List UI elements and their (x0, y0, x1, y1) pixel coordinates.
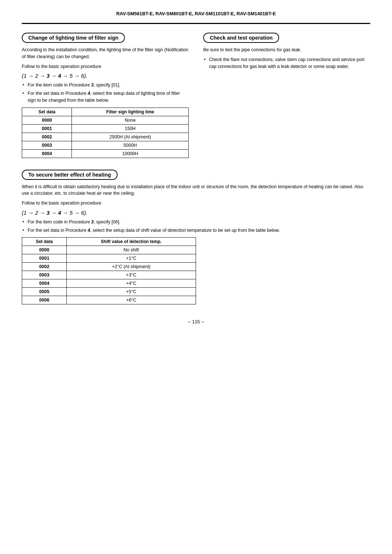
value-cell: +3°C (66, 271, 196, 279)
table-row: 0003+3°C (22, 271, 196, 279)
set-data-cell: 0005 (22, 288, 67, 296)
value-cell: +4°C (66, 279, 196, 288)
set-data-cell: 0001 (22, 124, 72, 133)
page-number: – 115 – (22, 319, 370, 324)
section1-bullet-2: For the set data in Procedure 4, select … (22, 90, 189, 104)
section2-body1: Be sure to test the pipe connections for… (203, 46, 370, 53)
top-two-col: Change of lighting time of filter sign A… (22, 33, 370, 158)
table-row: 0001+1°C (22, 254, 196, 263)
set-data-cell: 0004 (22, 149, 72, 158)
table-row: 0004+4°C (22, 279, 196, 288)
value-cell: +2°C (At shipment) (66, 263, 196, 271)
model-list-text: RAV-SM561BT-E, RAV-SM801BT-E, RAV-SM1101… (116, 11, 276, 16)
set-data-cell: 0002 (22, 263, 67, 271)
value-cell: +1°C (66, 254, 196, 263)
page-header: RAV-SM561BT-E, RAV-SM801BT-E, RAV-SM1101… (22, 11, 370, 16)
set-data-cell: 0000 (22, 116, 72, 124)
section3-table: Set data Shift value of detection temp. … (22, 237, 196, 304)
section2-col: Check and test operation Be sure to test… (203, 33, 370, 158)
value-cell: No shift (66, 246, 196, 254)
value-cell: 10000H (72, 149, 189, 158)
section1-procedure: (1 → 2 → 3 → 4 → 5 → 6). (22, 73, 189, 79)
set-data-cell: 0001 (22, 254, 67, 263)
set-data-cell: 0002 (22, 133, 72, 141)
table-row: 00035000H (22, 141, 189, 149)
table-row: 0006+6°C (22, 296, 196, 304)
value-cell: +6°C (66, 296, 196, 304)
header-rule (22, 23, 370, 24)
set-data-cell: 0006 (22, 296, 67, 304)
set-data-cell: 0004 (22, 279, 67, 288)
table-row: 0000No shift (22, 246, 196, 254)
section3-follow: Follow to the basic operation procedure (22, 200, 370, 207)
section1-body1: According to the installation condition,… (22, 46, 189, 60)
section3-bullet-2: For the set data in Procedure 4, select … (22, 227, 370, 234)
section2-bullet-1: Check the flare nut connections, valve s… (203, 56, 370, 70)
table-row: 0000None (22, 116, 189, 124)
section2-bullets: Check the flare nut connections, valve s… (203, 56, 370, 70)
section1-col-header-1: Set data (22, 108, 72, 116)
value-cell: 150H (72, 124, 189, 133)
section3-bullets: For the item code in Procedure 3, specif… (22, 219, 370, 234)
section3-col-header-1: Set data (22, 238, 67, 246)
section3: To secure better effect of heating When … (22, 170, 370, 305)
section3-bullet-1: For the item code in Procedure 3, specif… (22, 219, 370, 226)
section1-col-header-2: Filter sign lighting time (72, 108, 189, 116)
section1-bullet-1: For the item code in Procedure 3, specif… (22, 82, 189, 89)
section3-procedure: (1 → 2 → 3 → 4 → 5 → 6). (22, 210, 370, 216)
set-data-cell: 0003 (22, 141, 72, 149)
section1-bullets: For the item code in Procedure 3, specif… (22, 82, 189, 104)
table-row: 000410000H (22, 149, 189, 158)
table-row: 0002+2°C (At shipment) (22, 263, 196, 271)
value-cell: None (72, 116, 189, 124)
section3-title: To secure better effect of heating (22, 170, 118, 180)
table-row: 0001150H (22, 124, 189, 133)
value-cell: 2500H (At shipment) (72, 133, 189, 141)
section1-follow: Follow to the basic operation procedure (22, 63, 189, 70)
set-data-cell: 0000 (22, 246, 67, 254)
section3-col-header-2: Shift value of detection temp. (66, 238, 196, 246)
section1-title: Change of lighting time of filter sign (22, 33, 125, 43)
value-cell: 5000H (72, 141, 189, 149)
section2-title: Check and test operation (203, 33, 279, 43)
section1-col: Change of lighting time of filter sign A… (22, 33, 189, 158)
section1-table: Set data Filter sign lighting time 0000N… (22, 108, 189, 158)
value-cell: +5°C (66, 288, 196, 296)
set-data-cell: 0003 (22, 271, 67, 279)
section3-body1: When it is difficult to obtain satisfact… (22, 183, 370, 197)
table-row: 00022500H (At shipment) (22, 133, 189, 141)
table-row: 0005+5°C (22, 288, 196, 296)
